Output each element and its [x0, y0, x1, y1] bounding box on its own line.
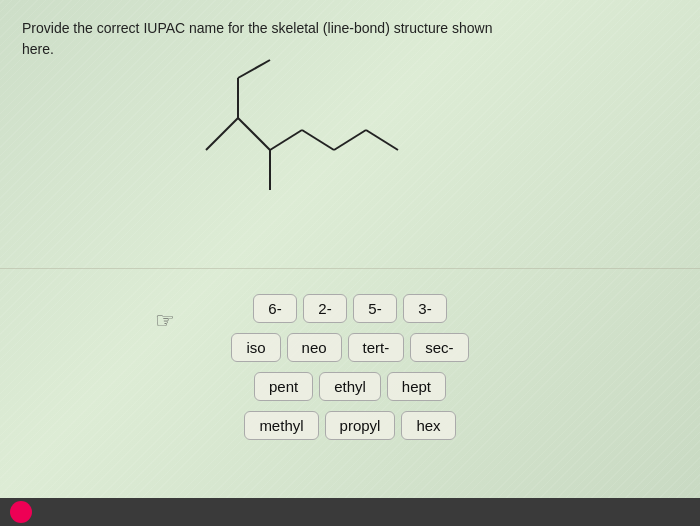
btn-sec[interactable]: sec-: [410, 333, 468, 362]
options-row-4: methyl propyl hex: [244, 411, 455, 440]
svg-line-5: [302, 130, 334, 150]
btn-3[interactable]: 3-: [403, 294, 447, 323]
svg-line-0: [238, 118, 270, 150]
btn-iso[interactable]: iso: [231, 333, 280, 362]
structure-diagram: [170, 50, 430, 214]
btn-pent[interactable]: pent: [254, 372, 313, 401]
btn-5[interactable]: 5-: [353, 294, 397, 323]
options-row-1: 6- 2- 5- 3-: [253, 294, 447, 323]
btn-6[interactable]: 6-: [253, 294, 297, 323]
btn-ethyl[interactable]: ethyl: [319, 372, 381, 401]
bottom-bar: [0, 498, 700, 526]
options-area: 6- 2- 5- 3- iso neo tert- sec- pent ethy…: [0, 280, 700, 440]
options-row-3: pent ethyl hept: [254, 372, 446, 401]
bottom-circle-icon: [10, 501, 32, 523]
btn-methyl[interactable]: methyl: [244, 411, 318, 440]
svg-line-3: [238, 60, 270, 78]
btn-neo[interactable]: neo: [287, 333, 342, 362]
btn-2[interactable]: 2-: [303, 294, 347, 323]
btn-hept[interactable]: hept: [387, 372, 446, 401]
cursor-icon: ☞: [155, 308, 175, 334]
svg-line-4: [270, 130, 302, 150]
btn-tert[interactable]: tert-: [348, 333, 405, 362]
svg-line-6: [334, 130, 366, 150]
svg-line-1: [206, 118, 238, 150]
btn-hex[interactable]: hex: [401, 411, 455, 440]
divider: [0, 268, 700, 269]
svg-line-7: [366, 130, 398, 150]
btn-propyl[interactable]: propyl: [325, 411, 396, 440]
page: Provide the correct IUPAC name for the s…: [0, 0, 700, 526]
options-row-2: iso neo tert- sec-: [231, 333, 468, 362]
